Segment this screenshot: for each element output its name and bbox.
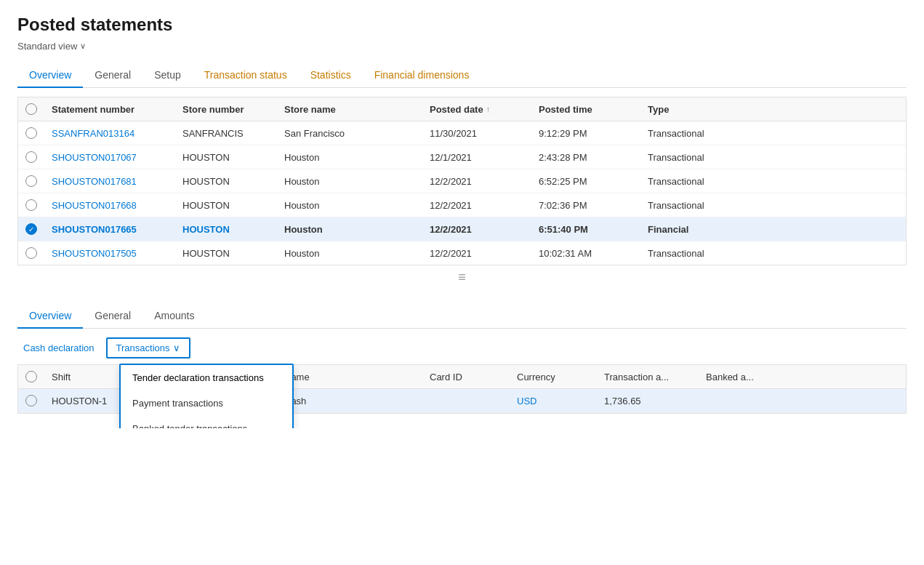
statement-number-cell[interactable]: SHOUSTON017665 (44, 217, 175, 241)
col-posted-date: Posted date ↑ (422, 97, 517, 121)
spacer-cell (517, 145, 531, 169)
type-cell: Transactional (640, 169, 742, 193)
store-name-cell: Houston (277, 145, 422, 169)
table-row[interactable]: SHOUSTON017681 HOUSTON Houston 12/2/2021… (18, 169, 906, 193)
resize-handle[interactable]: ≡ (17, 265, 907, 289)
statement-number-cell[interactable]: SHOUSTON017668 (44, 193, 175, 217)
col-store-name: Store name (277, 97, 422, 121)
select-all-checkbox[interactable] (25, 103, 37, 115)
posted-time-cell: 2:43:28 PM (531, 145, 640, 169)
row-checkbox[interactable] (18, 217, 44, 241)
table-row[interactable]: SHOUSTON017067 HOUSTON Houston 12/1/2021… (18, 145, 906, 169)
view-selector[interactable]: Standard view ∨ (17, 41, 907, 52)
col-type: Type (640, 97, 742, 121)
spacer-cell (517, 241, 531, 265)
dropdown-item-tender-declaration[interactable]: Tender declaration transactions (121, 365, 292, 390)
tab-general-top[interactable]: General (83, 63, 142, 88)
dropdown-item-banked-tender[interactable]: Banked tender transactions (121, 416, 292, 428)
row-checkbox-circle[interactable] (25, 199, 37, 211)
banked-amount-cell (699, 389, 786, 412)
store-number-cell: HOUSTON (175, 193, 277, 217)
col-banked-amount: Banked a... (699, 365, 786, 388)
statement-number-cell[interactable]: SSANFRAN013164 (44, 121, 175, 145)
row-checkbox-checked[interactable] (25, 223, 37, 235)
col-transaction-amount: Transaction a... (597, 365, 699, 388)
store-name-cell: San Francisco (277, 121, 422, 145)
row-checkbox-circle[interactable] (25, 175, 37, 187)
statement-number-cell[interactable]: SHOUSTON017067 (44, 145, 175, 169)
posted-date-cell: 12/2/2021 (422, 217, 517, 241)
store-name-cell: Houston (277, 241, 422, 265)
tab-general-bottom[interactable]: General (83, 304, 142, 329)
cash-declaration-button[interactable]: Cash declaration (17, 339, 100, 357)
transactions-label: Transactions (116, 342, 170, 353)
posted-time-cell: 7:02:36 PM (531, 193, 640, 217)
row-checkbox[interactable] (18, 121, 44, 145)
posted-time-cell: 6:52:25 PM (531, 169, 640, 193)
page-container: Posted statements Standard view ∨ Overvi… (0, 0, 924, 428)
bottom-select-all-checkbox[interactable] (25, 371, 37, 382)
posted-date-cell: 12/2/2021 (422, 241, 517, 265)
tab-setup-top[interactable]: Setup (142, 63, 193, 88)
row-checkbox-circle[interactable] (25, 247, 37, 259)
select-all-header[interactable] (18, 97, 44, 121)
posted-time-cell: 10:02:31 AM (531, 241, 640, 265)
tab-overview-top[interactable]: Overview (17, 63, 83, 88)
posted-date-cell: 12/1/2021 (422, 145, 517, 169)
table-row[interactable]: SSANFRAN013164 SANFRANCIS San Francisco … (18, 121, 906, 145)
transactions-dropdown-menu: Tender declaration transactions Payment … (119, 364, 294, 428)
chevron-down-icon: ∨ (80, 41, 86, 51)
tab-transaction-status[interactable]: Transaction status (193, 63, 299, 88)
row-checkbox[interactable] (18, 145, 44, 169)
store-number-cell: HOUSTON (175, 241, 277, 265)
store-name-cell: Houston (277, 193, 422, 217)
tab-amounts-bottom[interactable]: Amounts (142, 304, 206, 329)
store-number-cell: HOUSTON (175, 217, 277, 241)
col-store-number: Store number (175, 97, 277, 121)
transactions-dropdown-button[interactable]: Transactions ∨ (106, 337, 190, 358)
top-grid-header: Statement number Store number Store name… (18, 97, 906, 121)
row-checkbox[interactable] (18, 193, 44, 217)
tab-overview-bottom[interactable]: Overview (17, 304, 83, 329)
page-title: Posted statements (17, 15, 907, 35)
tab-financial-dimensions[interactable]: Financial dimensions (363, 63, 481, 88)
tab-statistics[interactable]: Statistics (299, 63, 363, 88)
col-posted-time: Posted time (531, 97, 640, 121)
row-checkbox[interactable] (18, 241, 44, 265)
top-grid: Statement number Store number Store name… (17, 97, 907, 265)
type-cell: Transactional (640, 121, 742, 145)
currency-cell: USD (510, 389, 597, 412)
col-name: Name (277, 365, 422, 388)
table-row[interactable]: SHOUSTON017665 HOUSTON Houston 12/2/2021… (18, 217, 906, 241)
type-cell: Transactional (640, 193, 742, 217)
bottom-select-all-header[interactable] (18, 365, 44, 388)
spacer-cell (517, 217, 531, 241)
col-card-id: Card ID (422, 365, 510, 388)
chevron-down-icon: ∨ (173, 342, 180, 353)
type-cell: Transactional (640, 145, 742, 169)
spacer-cell (517, 121, 531, 145)
type-cell: Transactional (640, 241, 742, 265)
bottom-row-checkbox[interactable] (18, 389, 44, 412)
spacer-cell (517, 169, 531, 193)
store-number-cell: HOUSTON (175, 169, 277, 193)
col-statement-number: Statement number (44, 97, 175, 121)
card-id-cell (422, 389, 510, 412)
table-row[interactable]: SHOUSTON017668 HOUSTON Houston 12/2/2021… (18, 193, 906, 217)
posted-date-cell: 11/30/2021 (422, 121, 517, 145)
bottom-section: Overview General Amounts Cash declaratio… (17, 304, 907, 414)
statement-number-cell[interactable]: SHOUSTON017681 (44, 169, 175, 193)
statement-number-cell[interactable]: SHOUSTON017505 (44, 241, 175, 265)
bottom-tabs: Overview General Amounts (17, 304, 907, 329)
view-selector-label: Standard view (17, 41, 77, 52)
bottom-row-checkbox-circle[interactable] (25, 395, 37, 406)
row-checkbox[interactable] (18, 169, 44, 193)
posted-time-cell: 9:12:29 PM (531, 121, 640, 145)
table-row[interactable]: SHOUSTON017505 HOUSTON Houston 12/2/2021… (18, 241, 906, 265)
posted-time-cell: 6:51:40 PM (531, 217, 640, 241)
dropdown-item-payment[interactable]: Payment transactions (121, 390, 292, 416)
transaction-amount-cell: 1,736.65 (597, 389, 699, 412)
row-checkbox-circle[interactable] (25, 127, 37, 139)
row-checkbox-circle[interactable] (25, 151, 37, 163)
posted-date-cell: 12/2/2021 (422, 169, 517, 193)
